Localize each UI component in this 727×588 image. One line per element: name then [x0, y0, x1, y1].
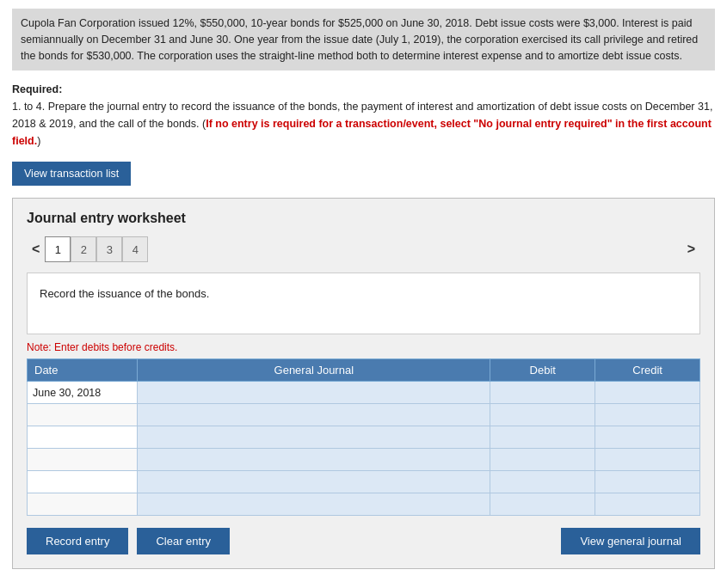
- credit-cell-2[interactable]: [595, 426, 700, 449]
- tab-2[interactable]: 2: [71, 236, 96, 262]
- col-header-date: Date: [28, 359, 138, 382]
- view-general-journal-button[interactable]: View general journal: [561, 528, 700, 554]
- tab-navigation: < 1 2 3 4 >: [27, 236, 700, 262]
- journal-cell-2[interactable]: [138, 426, 490, 449]
- table-row: [28, 493, 700, 516]
- col-header-credit: Credit: [595, 359, 700, 382]
- instruction-text: Record the issuance of the bonds.: [40, 287, 209, 300]
- debit-cell-1[interactable]: [490, 404, 595, 426]
- table-row: [28, 404, 700, 426]
- worksheet-title: Journal entry worksheet: [27, 211, 700, 226]
- credit-cell-3[interactable]: [595, 449, 700, 471]
- col-header-debit: Debit: [490, 359, 595, 382]
- date-cell-3: [28, 449, 138, 471]
- table-row: [28, 471, 700, 493]
- debit-input-4[interactable]: [490, 471, 595, 493]
- journal-input-5[interactable]: [138, 493, 490, 515]
- record-entry-button[interactable]: Record entry: [27, 528, 128, 554]
- debit-input-3[interactable]: [490, 449, 595, 470]
- note-text: Note: Enter debits before credits.: [27, 341, 700, 353]
- journal-input-2[interactable]: [138, 426, 490, 448]
- journal-cell-1[interactable]: [138, 404, 490, 426]
- journal-input-3[interactable]: [138, 449, 490, 470]
- debit-input-0[interactable]: [490, 382, 595, 403]
- debit-input-2[interactable]: [490, 426, 595, 448]
- credit-cell-1[interactable]: [595, 404, 700, 426]
- action-buttons: Record entry Clear entry View general jo…: [27, 528, 700, 554]
- table-row: June 30, 2018: [28, 382, 700, 404]
- journal-cell-5[interactable]: [138, 493, 490, 516]
- tab-1[interactable]: 1: [45, 236, 71, 262]
- prev-tab-button[interactable]: <: [27, 240, 45, 259]
- table-row: [28, 449, 700, 471]
- credit-input-0[interactable]: [595, 382, 699, 403]
- journal-cell-4[interactable]: [138, 471, 490, 493]
- credit-cell-5[interactable]: [595, 493, 700, 516]
- debit-input-5[interactable]: [490, 493, 595, 515]
- tab-3[interactable]: 3: [96, 236, 122, 262]
- journal-table: Date General Journal Debit Credit June 3…: [27, 358, 700, 516]
- view-transactions-button[interactable]: View transaction list: [12, 162, 131, 186]
- credit-input-1[interactable]: [595, 404, 699, 426]
- next-tab-button[interactable]: >: [682, 240, 700, 259]
- date-cell-4: [28, 471, 138, 493]
- credit-input-4[interactable]: [595, 471, 699, 493]
- date-cell-0: June 30, 2018: [28, 382, 138, 404]
- date-cell-2: [28, 426, 138, 449]
- tab-4[interactable]: 4: [122, 236, 148, 262]
- credit-cell-4[interactable]: [595, 471, 700, 493]
- problem-text: Cupola Fan Corporation issued 12%, $550,…: [12, 9, 715, 70]
- journal-cell-3[interactable]: [138, 449, 490, 471]
- journal-cell-0[interactable]: [138, 382, 490, 404]
- instruction-box: Record the issuance of the bonds.: [27, 273, 700, 334]
- journal-input-4[interactable]: [138, 471, 490, 493]
- debit-cell-5[interactable]: [490, 493, 595, 516]
- debit-input-1[interactable]: [490, 404, 595, 426]
- credit-cell-0[interactable]: [595, 382, 700, 404]
- required-label: Required:: [12, 83, 62, 95]
- required-section: Required: 1. to 4. Prepare the journal e…: [12, 81, 715, 150]
- journal-input-0[interactable]: [138, 382, 490, 403]
- debit-cell-2[interactable]: [490, 426, 595, 449]
- required-instruction-suffix: ): [37, 135, 40, 147]
- debit-cell-4[interactable]: [490, 471, 595, 493]
- journal-entry-worksheet: Journal entry worksheet < 1 2 3 4 > Reco…: [12, 198, 715, 569]
- table-row: [28, 426, 700, 449]
- col-header-journal: General Journal: [138, 359, 490, 382]
- credit-input-5[interactable]: [595, 493, 699, 515]
- journal-input-1[interactable]: [138, 404, 490, 426]
- clear-entry-button[interactable]: Clear entry: [137, 528, 230, 554]
- credit-input-3[interactable]: [595, 449, 699, 470]
- credit-input-2[interactable]: [595, 426, 699, 448]
- debit-cell-0[interactable]: [490, 382, 595, 404]
- date-cell-1: [28, 404, 138, 426]
- date-cell-5: [28, 493, 138, 516]
- debit-cell-3[interactable]: [490, 449, 595, 471]
